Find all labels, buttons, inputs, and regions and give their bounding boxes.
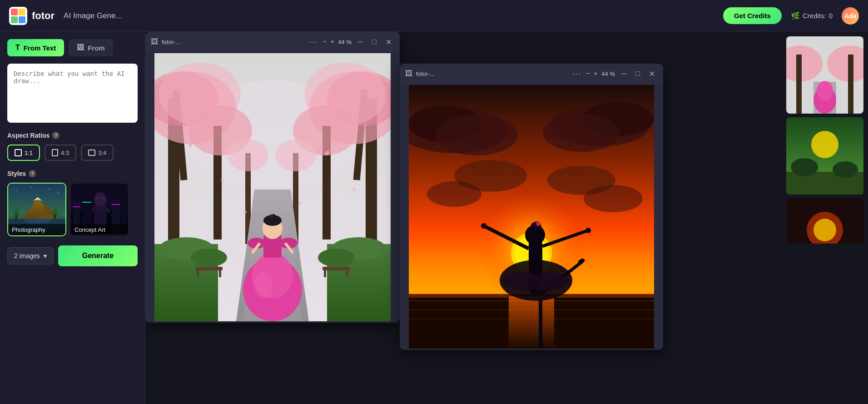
svg-rect-125 <box>796 55 802 114</box>
thumbnail-3[interactable] <box>786 198 863 244</box>
window-2-image <box>400 84 663 350</box>
chevron-down-icon: ▾ <box>44 252 47 259</box>
thumb-1-svg <box>786 36 863 114</box>
image-icon: 🖼 <box>77 44 84 52</box>
svg-point-100 <box>584 185 643 212</box>
aspect-ratios-title: Aspect Ratios ? <box>7 132 138 139</box>
main-layout: T From Text 🖼 From Aspect Ratios ? 1:1 <box>0 32 868 404</box>
photography-label: Photography <box>8 224 65 235</box>
window-2-controls: ─ □ ✕ <box>619 69 658 79</box>
text-icon: T <box>15 44 20 52</box>
svg-point-96 <box>543 114 620 152</box>
styles-grid: Photography <box>7 183 138 236</box>
svg-rect-68 <box>346 270 348 277</box>
leaf-icon: 🌿 <box>791 11 800 20</box>
svg-point-80 <box>254 271 273 299</box>
window-1-titlebar: 🖼 fotor-... ··· − + 44 % ─ □ ✕ <box>145 32 400 52</box>
header-app-title: AI Image Gene... <box>64 11 122 20</box>
window-1-controls: ─ □ ✕ <box>355 37 394 47</box>
credits-area: 🌿 Credits: 0 <box>791 11 833 20</box>
tab-from-text[interactable]: T From Text <box>7 39 64 56</box>
window-2-titlebar: 🖼 fotor-... ··· − + 44 % ─ □ ✕ <box>400 64 663 84</box>
svg-point-79 <box>269 214 274 219</box>
svg-point-54 <box>275 140 316 171</box>
svg-point-99 <box>427 181 481 207</box>
svg-point-31 <box>102 197 104 200</box>
prompt-input-area[interactable] <box>7 64 138 123</box>
generate-button[interactable]: Generate <box>58 245 138 266</box>
svg-point-60 <box>318 249 354 267</box>
window-2-more-button[interactable]: ··· <box>573 69 582 79</box>
bottom-bar: 2 images ▾ Generate <box>7 245 138 266</box>
svg-point-116 <box>536 221 541 226</box>
svg-point-118 <box>585 228 591 233</box>
svg-rect-65 <box>219 270 221 277</box>
ratio-3-4-icon <box>88 150 95 156</box>
window-1-filename: fotor-... <box>162 39 306 45</box>
window-1-zoom-in-button[interactable]: + <box>330 38 334 46</box>
ratio-1-1-button[interactable]: 1:1 <box>7 145 40 161</box>
style-concept-art-card[interactable]: Concept Art <box>70 183 129 236</box>
window-1-minimize-button[interactable]: ─ <box>355 37 366 47</box>
svg-point-93 <box>436 115 518 155</box>
thumb-2-svg <box>786 117 863 195</box>
svg-point-130 <box>811 131 838 158</box>
window-2-minimize-button[interactable]: ─ <box>619 69 629 79</box>
user-avatar[interactable]: Ada <box>842 7 859 25</box>
ballerina-svg <box>409 85 654 349</box>
thumbnail-1[interactable] <box>786 36 863 114</box>
image-window-2: 🖼 fotor-... ··· − + 44 % ─ □ ✕ <box>400 64 663 350</box>
logo-area: fotor <box>9 7 55 25</box>
aspect-ratios-group: 1:1 4:3 3:4 <box>7 145 138 161</box>
thumbnail-2[interactable] <box>786 117 863 195</box>
svg-rect-1 <box>11 9 18 15</box>
window-2-zoom-out-button[interactable]: − <box>586 70 590 78</box>
svg-point-59 <box>191 249 227 267</box>
styles-help-icon: ? <box>29 170 36 177</box>
svg-point-133 <box>833 161 858 178</box>
window-1-image <box>145 52 400 323</box>
svg-point-132 <box>791 158 818 176</box>
avatar-area: Ada <box>842 7 859 25</box>
window-1-restore-button[interactable]: □ <box>369 37 379 47</box>
svg-rect-63 <box>195 267 223 270</box>
svg-point-14 <box>24 218 51 224</box>
window-2-zoom-in-button[interactable]: + <box>594 70 598 78</box>
svg-rect-2 <box>19 9 25 15</box>
styles-title: Styles ? <box>7 170 138 177</box>
svg-rect-66 <box>322 267 350 270</box>
get-credits-button[interactable]: Get Credits <box>723 7 782 24</box>
credits-value: 0 <box>829 12 833 20</box>
thumb-3-svg <box>786 198 863 244</box>
svg-rect-26 <box>82 202 91 203</box>
svg-rect-67 <box>324 270 326 277</box>
window-1-close-button[interactable]: ✕ <box>383 37 394 47</box>
window-1-zoom-out-button[interactable]: − <box>322 38 327 46</box>
svg-point-30 <box>96 197 99 200</box>
svg-rect-103 <box>509 296 554 349</box>
tab-from-image[interactable]: 🖼 From <box>69 39 113 56</box>
header: fotor AI Image Gene... Get Credits 🌿 Cre… <box>0 0 868 32</box>
svg-point-136 <box>813 219 836 241</box>
window-2-restore-button[interactable]: □ <box>633 69 643 79</box>
prompt-textarea[interactable] <box>14 70 131 116</box>
concept-art-label: Concept Art <box>71 224 128 235</box>
window-1-zoom-level: 44 % <box>338 39 352 45</box>
ratio-4-3-button[interactable]: 4:3 <box>45 145 76 161</box>
svg-rect-27 <box>112 204 120 205</box>
aspect-ratio-help-icon: ? <box>52 132 60 139</box>
logo-text: fotor <box>32 10 55 22</box>
style-photography-card[interactable]: Photography <box>7 183 66 236</box>
svg-point-128 <box>817 81 833 101</box>
window-2-file-icon: 🖼 <box>405 70 412 78</box>
window-1-more-button[interactable]: ··· <box>309 37 319 47</box>
thumbnail-strip <box>782 32 868 404</box>
window-1-file-icon: 🖼 <box>151 38 158 46</box>
svg-point-6 <box>17 190 18 191</box>
window-2-close-button[interactable]: ✕ <box>646 69 658 79</box>
ratio-3-4-button[interactable]: 3:4 <box>81 145 114 161</box>
svg-rect-64 <box>197 270 199 277</box>
svg-rect-126 <box>848 55 853 114</box>
image-window-1: 🖼 fotor-... ··· − + 44 % ─ □ ✕ <box>145 32 400 323</box>
images-count-select[interactable]: 2 images ▾ <box>7 247 54 264</box>
